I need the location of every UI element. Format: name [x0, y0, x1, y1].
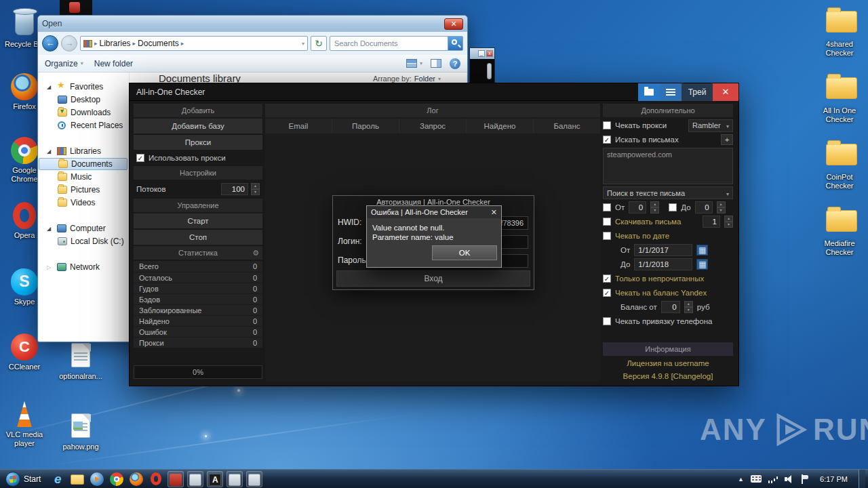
- close-icon[interactable]: ✕: [444, 18, 463, 30]
- to-input[interactable]: 0: [695, 201, 713, 214]
- taskbar-icon-chrome[interactable]: [108, 471, 125, 487]
- tree-item-music[interactable]: Music: [39, 171, 127, 183]
- tree-section-computer[interactable]: ◢ Computer: [39, 222, 127, 235]
- preview-pane-button[interactable]: [431, 59, 441, 68]
- balance-stepper[interactable]: ▴▾: [684, 301, 693, 313]
- start-button[interactable]: Start: [0, 470, 46, 488]
- desktop-icon-pahow[interactable]: pahow.png: [50, 412, 111, 451]
- close-icon[interactable]: ✕: [713, 83, 738, 101]
- calendar-icon[interactable]: [696, 245, 708, 256]
- chevron-down-icon[interactable]: [302, 40, 304, 47]
- use-proxy-checkbox-row[interactable]: Использовать прокси: [134, 151, 262, 165]
- help-icon[interactable]: ?: [450, 58, 460, 69]
- tree-section-network[interactable]: ▷ Network: [39, 261, 127, 273]
- hidden-icons-chevron[interactable]: ▲: [738, 476, 744, 483]
- taskbar-icon-grey-app-2[interactable]: [226, 471, 243, 487]
- keyboard-icon[interactable]: [751, 475, 762, 483]
- tree-section-favorites[interactable]: ◢ Favorites: [39, 81, 127, 93]
- new-folder-button[interactable]: New folder: [94, 59, 133, 68]
- tree-item-recent-places[interactable]: Recent Places: [39, 119, 127, 131]
- checkbox-checked-icon[interactable]: [603, 289, 611, 297]
- tree-item-downloads[interactable]: Downloads: [39, 106, 127, 119]
- expander-icon[interactable]: ◢: [47, 226, 54, 232]
- desktop-icon-vlc[interactable]: VLC media player: [0, 401, 49, 448]
- to-stepper[interactable]: ▴▾: [717, 201, 726, 214]
- gear-icon[interactable]: [252, 246, 259, 260]
- ok-button[interactable]: OK: [432, 245, 497, 260]
- back-button[interactable]: ←: [42, 35, 58, 52]
- views-button[interactable]: [406, 59, 422, 68]
- add-base-button[interactable]: Добавить базу: [134, 119, 262, 134]
- desktop-icon-all-in-one-checker[interactable]: All In One Checker: [815, 73, 864, 124]
- checkbox-checked-icon[interactable]: [603, 274, 611, 283]
- search-in-text-dropdown[interactable]: Поиск в тексте письма: [603, 186, 733, 199]
- stop-button[interactable]: Стоп: [134, 230, 262, 245]
- refresh-button[interactable]: ↻: [311, 36, 327, 51]
- network-icon[interactable]: [768, 475, 778, 483]
- proxy-button[interactable]: Прокси: [134, 135, 262, 150]
- date-to-input[interactable]: 1/1/2018: [634, 258, 692, 270]
- desktop-icon-optionalran[interactable]: optionalran...: [50, 342, 111, 381]
- checkbox-icon[interactable]: [603, 317, 611, 325]
- breadcrumb-documents[interactable]: Documents: [138, 39, 179, 48]
- checkbox-icon[interactable]: [603, 232, 611, 240]
- taskbar-icon-checker-app[interactable]: A: [207, 471, 223, 487]
- taskbar-icon-grey-app-3[interactable]: [246, 471, 262, 487]
- desktop-icon-coinpot-checker[interactable]: CoinPot Checker: [815, 140, 864, 190]
- volume-icon[interactable]: [785, 475, 794, 483]
- checkbox-checked-icon[interactable]: [136, 154, 144, 162]
- checkbox-checked-icon[interactable]: [603, 136, 611, 144]
- desktop-icon-mediafire-checker[interactable]: Mediafire Checker: [815, 206, 864, 257]
- menu-button[interactable]: [660, 83, 682, 101]
- tree-item-desktop[interactable]: Desktop: [39, 94, 127, 106]
- open-folder-button[interactable]: [638, 83, 660, 101]
- breadcrumb[interactable]: ▸ Libraries ▸ Documents ▸: [80, 36, 308, 51]
- threads-input[interactable]: 100: [221, 183, 248, 195]
- organize-button[interactable]: Organize: [45, 59, 83, 68]
- start-button[interactable]: Старт: [134, 214, 262, 228]
- checkbox-icon[interactable]: [603, 218, 611, 226]
- taskbar-icon-firefox[interactable]: [128, 471, 144, 487]
- search-input[interactable]: Search Documents: [330, 36, 463, 51]
- download-stepper[interactable]: ▴▾: [724, 216, 733, 228]
- proxy-service-dropdown[interactable]: Rambler: [688, 119, 733, 132]
- login-button[interactable]: Вход: [336, 270, 530, 287]
- checkbox-icon[interactable]: [603, 121, 611, 129]
- close-button[interactable]: x: [486, 50, 493, 57]
- balance-input[interactable]: 0: [661, 301, 680, 313]
- minimize-button[interactable]: _: [478, 50, 485, 57]
- threads-stepper[interactable]: ▴▾: [251, 183, 260, 195]
- taskbar-icon-media-player[interactable]: [89, 471, 105, 487]
- forward-button[interactable]: →: [61, 35, 77, 52]
- version-text[interactable]: Версия 4.9.8 [Changelog]: [603, 371, 733, 382]
- open-dialog-titlebar[interactable]: Open ✕: [38, 16, 467, 32]
- checker-titlebar[interactable]: All-in-One Checker Трей ✕: [130, 83, 738, 101]
- calendar-icon[interactable]: [696, 259, 708, 270]
- add-domain-button[interactable]: +: [721, 134, 733, 145]
- search-button[interactable]: [448, 37, 462, 50]
- date-from-input[interactable]: 1/1/2017: [634, 244, 692, 256]
- tree-item-documents[interactable]: Documents: [39, 158, 127, 170]
- checkbox-icon[interactable]: [603, 203, 611, 211]
- checkbox-icon[interactable]: [669, 203, 677, 211]
- arrange-by-value[interactable]: Folder: [414, 75, 435, 83]
- tree-item-local-disk[interactable]: Local Disk (C:): [39, 235, 127, 247]
- from-stepper[interactable]: ▴▾: [650, 201, 659, 214]
- expander-icon[interactable]: ▷: [47, 264, 54, 270]
- tree-section-libraries[interactable]: ◢ Libraries: [39, 145, 127, 157]
- error-dialog-titlebar[interactable]: Ошибка | All-in-One Checker: [367, 206, 501, 218]
- taskbar-icon-explorer[interactable]: [69, 471, 85, 487]
- desktop-icon-4shared-checker[interactable]: 4shared Checker: [815, 7, 864, 58]
- scrollbar-thumb[interactable]: [487, 63, 492, 79]
- action-center-flag-icon[interactable]: [801, 474, 809, 484]
- domains-textarea[interactable]: steampowered.com: [603, 148, 733, 184]
- close-icon[interactable]: [491, 208, 497, 217]
- tree-item-videos[interactable]: Videos: [39, 197, 127, 209]
- show-desktop-button[interactable]: [859, 470, 865, 488]
- clock[interactable]: 6:17 PM: [816, 475, 852, 483]
- from-input[interactable]: 0: [629, 201, 646, 214]
- taskbar-icon-ie[interactable]: e: [50, 471, 66, 487]
- taskbar-icon-grey-app[interactable]: [187, 471, 203, 487]
- taskbar-icon-red-app[interactable]: [167, 471, 184, 487]
- taskbar-icon-opera[interactable]: [148, 471, 164, 487]
